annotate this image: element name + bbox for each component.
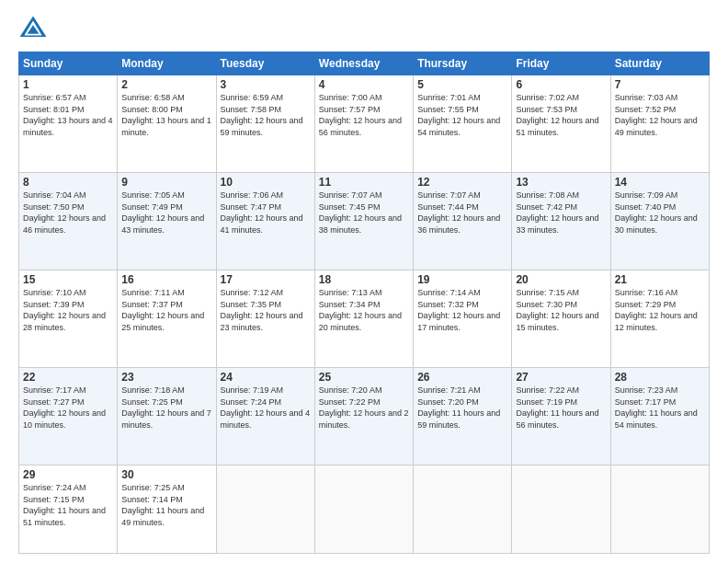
day-info: Sunrise: 7:11 AMSunset: 7:37 PMDaylight:… [121, 287, 211, 333]
day-number: 4 [319, 78, 409, 91]
day-number: 26 [417, 371, 507, 384]
col-header-tuesday: Tuesday [216, 52, 314, 75]
calendar-header-row: SundayMondayTuesdayWednesdayThursdayFrid… [19, 52, 710, 75]
day-info: Sunrise: 7:13 AMSunset: 7:34 PMDaylight:… [319, 287, 409, 333]
calendar-cell: 8Sunrise: 7:04 AMSunset: 7:50 PMDaylight… [19, 173, 118, 270]
day-info: Sunrise: 7:23 AMSunset: 7:17 PMDaylight:… [615, 385, 705, 431]
calendar-cell: 30Sunrise: 7:25 AMSunset: 7:14 PMDayligh… [118, 465, 216, 554]
day-number: 3 [221, 78, 311, 91]
day-number: 21 [615, 273, 705, 286]
day-info: Sunrise: 7:25 AMSunset: 7:14 PMDaylight:… [121, 482, 211, 528]
calendar-cell: 18Sunrise: 7:13 AMSunset: 7:34 PMDayligh… [314, 270, 413, 368]
day-number: 9 [121, 176, 211, 189]
day-number: 6 [516, 78, 606, 91]
day-number: 27 [516, 371, 606, 384]
calendar-cell [414, 465, 512, 554]
day-info: Sunrise: 7:09 AMSunset: 7:40 PMDaylight:… [615, 190, 705, 236]
day-number: 16 [121, 273, 211, 286]
calendar-cell: 13Sunrise: 7:08 AMSunset: 7:42 PMDayligh… [512, 173, 610, 270]
calendar-cell: 12Sunrise: 7:07 AMSunset: 7:44 PMDayligh… [414, 173, 512, 270]
calendar-cell: 19Sunrise: 7:14 AMSunset: 7:32 PMDayligh… [414, 270, 512, 368]
day-info: Sunrise: 7:20 AMSunset: 7:22 PMDaylight:… [319, 385, 409, 431]
day-number: 22 [23, 371, 113, 384]
day-number: 11 [319, 176, 409, 189]
day-info: Sunrise: 7:17 AMSunset: 7:27 PMDaylight:… [23, 385, 113, 431]
day-number: 18 [319, 273, 409, 286]
day-number: 24 [221, 371, 311, 384]
col-header-wednesday: Wednesday [314, 52, 413, 75]
col-header-saturday: Saturday [610, 52, 709, 75]
calendar-cell: 17Sunrise: 7:12 AMSunset: 7:35 PMDayligh… [216, 270, 314, 368]
day-info: Sunrise: 7:15 AMSunset: 7:30 PMDaylight:… [516, 287, 606, 333]
day-number: 25 [319, 371, 409, 384]
day-number: 17 [221, 273, 311, 286]
day-info: Sunrise: 7:24 AMSunset: 7:15 PMDaylight:… [23, 482, 113, 528]
day-info: Sunrise: 7:22 AMSunset: 7:19 PMDaylight:… [516, 385, 606, 431]
day-number: 30 [121, 468, 211, 481]
day-number: 15 [23, 273, 113, 286]
day-number: 1 [23, 78, 113, 91]
calendar-cell: 6Sunrise: 7:02 AMSunset: 7:53 PMDaylight… [512, 75, 610, 173]
calendar-cell: 23Sunrise: 7:18 AMSunset: 7:25 PMDayligh… [118, 368, 216, 465]
calendar-cell: 21Sunrise: 7:16 AMSunset: 7:29 PMDayligh… [610, 270, 709, 368]
calendar-cell: 20Sunrise: 7:15 AMSunset: 7:30 PMDayligh… [512, 270, 610, 368]
day-info: Sunrise: 6:57 AMSunset: 8:01 PMDaylight:… [23, 92, 113, 138]
calendar-cell: 10Sunrise: 7:06 AMSunset: 7:47 PMDayligh… [216, 173, 314, 270]
day-info: Sunrise: 7:10 AMSunset: 7:39 PMDaylight:… [23, 287, 113, 333]
logo [18, 15, 51, 44]
day-number: 7 [615, 78, 705, 91]
calendar-cell: 3Sunrise: 6:59 AMSunset: 7:58 PMDaylight… [216, 75, 314, 173]
calendar-cell: 5Sunrise: 7:01 AMSunset: 7:55 PMDaylight… [414, 75, 512, 173]
col-header-thursday: Thursday [414, 52, 512, 75]
day-number: 12 [417, 176, 507, 189]
day-number: 28 [615, 371, 705, 384]
calendar-cell: 16Sunrise: 7:11 AMSunset: 7:37 PMDayligh… [118, 270, 216, 368]
day-info: Sunrise: 7:18 AMSunset: 7:25 PMDaylight:… [121, 385, 211, 431]
day-number: 19 [417, 273, 507, 286]
day-info: Sunrise: 6:59 AMSunset: 7:58 PMDaylight:… [221, 92, 311, 138]
calendar-cell [610, 465, 709, 554]
day-number: 13 [516, 176, 606, 189]
calendar-cell: 29Sunrise: 7:24 AMSunset: 7:15 PMDayligh… [19, 465, 118, 554]
day-info: Sunrise: 7:07 AMSunset: 7:44 PMDaylight:… [417, 190, 507, 236]
day-info: Sunrise: 7:00 AMSunset: 7:57 PMDaylight:… [319, 92, 409, 138]
calendar-cell [216, 465, 314, 554]
calendar-cell: 26Sunrise: 7:21 AMSunset: 7:20 PMDayligh… [414, 368, 512, 465]
calendar-cell: 22Sunrise: 7:17 AMSunset: 7:27 PMDayligh… [19, 368, 118, 465]
day-info: Sunrise: 7:05 AMSunset: 7:49 PMDaylight:… [121, 190, 211, 236]
calendar-cell: 25Sunrise: 7:20 AMSunset: 7:22 PMDayligh… [314, 368, 413, 465]
calendar-cell: 27Sunrise: 7:22 AMSunset: 7:19 PMDayligh… [512, 368, 610, 465]
header [18, 15, 710, 44]
day-info: Sunrise: 7:02 AMSunset: 7:53 PMDaylight:… [516, 92, 606, 138]
calendar-cell: 1Sunrise: 6:57 AMSunset: 8:01 PMDaylight… [19, 75, 118, 173]
day-info: Sunrise: 7:16 AMSunset: 7:29 PMDaylight:… [615, 287, 705, 333]
logo-icon [18, 15, 48, 44]
calendar-week-5: 29Sunrise: 7:24 AMSunset: 7:15 PMDayligh… [19, 465, 710, 554]
day-info: Sunrise: 7:21 AMSunset: 7:20 PMDaylight:… [417, 385, 507, 431]
calendar-cell: 4Sunrise: 7:00 AMSunset: 7:57 PMDaylight… [314, 75, 413, 173]
calendar-cell: 11Sunrise: 7:07 AMSunset: 7:45 PMDayligh… [314, 173, 413, 270]
calendar-week-1: 1Sunrise: 6:57 AMSunset: 8:01 PMDaylight… [19, 75, 710, 173]
day-number: 14 [615, 176, 705, 189]
calendar-cell: 9Sunrise: 7:05 AMSunset: 7:49 PMDaylight… [118, 173, 216, 270]
calendar-week-4: 22Sunrise: 7:17 AMSunset: 7:27 PMDayligh… [19, 368, 710, 465]
calendar-cell [512, 465, 610, 554]
day-info: Sunrise: 7:07 AMSunset: 7:45 PMDaylight:… [319, 190, 409, 236]
calendar-cell: 24Sunrise: 7:19 AMSunset: 7:24 PMDayligh… [216, 368, 314, 465]
day-info: Sunrise: 6:58 AMSunset: 8:00 PMDaylight:… [121, 92, 211, 138]
calendar-cell: 14Sunrise: 7:09 AMSunset: 7:40 PMDayligh… [610, 173, 709, 270]
calendar-week-2: 8Sunrise: 7:04 AMSunset: 7:50 PMDaylight… [19, 173, 710, 270]
day-number: 23 [121, 371, 211, 384]
calendar-week-3: 15Sunrise: 7:10 AMSunset: 7:39 PMDayligh… [19, 270, 710, 368]
calendar-cell: 7Sunrise: 7:03 AMSunset: 7:52 PMDaylight… [610, 75, 709, 173]
day-info: Sunrise: 7:06 AMSunset: 7:47 PMDaylight:… [221, 190, 311, 236]
calendar-cell: 15Sunrise: 7:10 AMSunset: 7:39 PMDayligh… [19, 270, 118, 368]
col-header-friday: Friday [512, 52, 610, 75]
calendar-cell [314, 465, 413, 554]
day-info: Sunrise: 7:14 AMSunset: 7:32 PMDaylight:… [417, 287, 507, 333]
day-info: Sunrise: 7:01 AMSunset: 7:55 PMDaylight:… [417, 92, 507, 138]
day-number: 10 [221, 176, 311, 189]
day-info: Sunrise: 7:19 AMSunset: 7:24 PMDaylight:… [221, 385, 311, 431]
day-info: Sunrise: 7:12 AMSunset: 7:35 PMDaylight:… [221, 287, 311, 333]
day-number: 5 [417, 78, 507, 91]
